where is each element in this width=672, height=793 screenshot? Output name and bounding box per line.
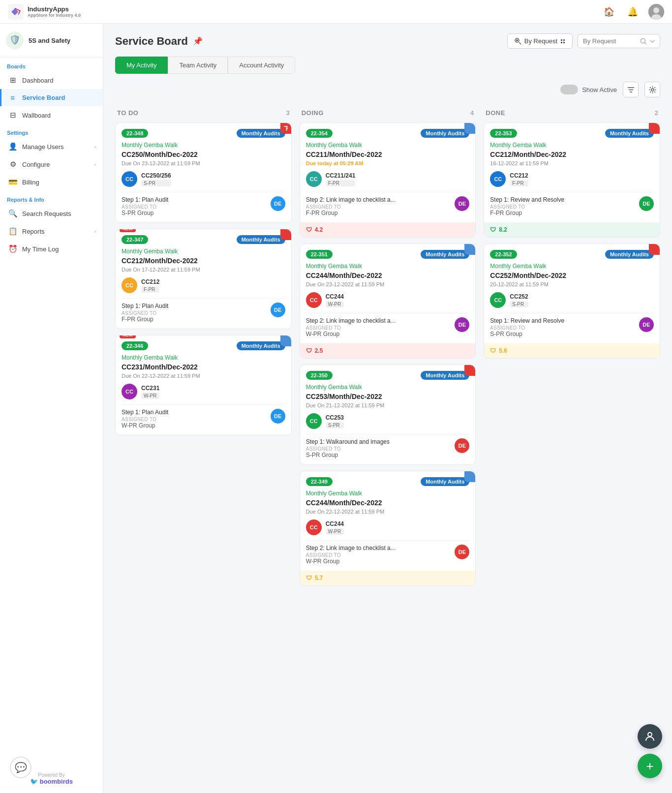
card-due: Due On 23-12-2022 at 11:59 PM [306,281,470,287]
add-fab[interactable]: + [638,754,662,778]
card-step-row: Step 1: Plan Audit ASSIGNED TO W-PR Grou… [122,409,285,429]
score-value: 4.2 [315,226,323,233]
sidebar-item-service-board[interactable]: ≡ Service Board [0,89,103,106]
card-step-row: Step 2: Link image to checklist a... ASS… [306,545,470,565]
assigned-label: ASSIGNED TO [122,204,168,210]
score-bar: 🛡 2.5 [300,343,476,358]
reports-icon: 📋 [8,227,17,236]
sidebar-item-dashboard[interactable]: ⊞ Dashboard [0,71,103,89]
card-due: Due On 22-12-2022 at 11:59 PM [306,509,470,515]
card-22-346[interactable]: New 22-346 Monthly Audits Monthly Gemba … [115,335,292,435]
card-category: Monthly Gemba Walk [306,142,470,149]
card-22-350[interactable]: 22-350 Monthly Audits Monthly Gemba Walk… [300,365,476,465]
user-avatar[interactable] [648,4,664,20]
card-22-352[interactable]: 22-352 Monthly Audits Monthly Gemba Walk… [484,244,660,359]
boombirds-logo: 🐦 boombirds [7,778,96,785]
card-22-354[interactable]: 22-354 Monthly Audits Monthly Gemba Walk… [300,122,476,238]
step-assignee: DE [271,196,285,211]
sidebar-item-label: My Time Log [22,245,59,253]
col-title-doing: DOING [302,109,324,117]
sidebar-item-label: Configure [22,161,50,168]
search-bar[interactable] [578,34,660,48]
score-icon: 🛡 [306,575,312,581]
sidebar-item-reports[interactable]: 📋 Reports › [0,222,103,240]
assigned-label: ASSIGNED TO [122,310,168,316]
bell-icon[interactable]: 🔔 [625,4,641,20]
chat-fab[interactable]: 💬 [10,757,31,778]
member-info: CC212 F-PR [510,172,528,186]
sidebar-item-search-requests[interactable]: 🔍 Search Requests [0,205,103,222]
card-type: Monthly Audits [421,371,469,380]
card-flag-blue [464,471,475,482]
member-avatar: CC [490,292,506,308]
card-step: Step 1: Walkaround and images [306,438,390,445]
card-due: Due today at 05:29 AM [306,160,470,166]
card-type: Monthly Audits [237,235,285,244]
svg-point-21 [648,732,652,736]
sidebar-item-manage-users[interactable]: 👤 Manage Users › [0,138,103,155]
card-step: Step 1: Plan Audit [122,196,168,203]
member-info: CC252 S-PR [510,293,528,307]
sidebar-item-configure[interactable]: ⚙ Configure › [0,155,103,173]
score-icon: 🛡 [490,226,496,233]
main-content: Service Board 📌 By Request My Activity T… [103,24,672,793]
kanban-board: TO DO 3 22-348 Monthly Audits Monthly Ge… [115,105,660,592]
col-count-done: 2 [655,109,658,117]
card-category: Monthly Gemba Walk [306,384,470,391]
card-step: Step 1: Plan Audit [122,409,168,416]
card-member: CC CC244 W-PR [306,292,470,308]
home-icon[interactable]: 🏠 [601,4,617,20]
card-22-347[interactable]: New 22-347 Monthly Audits Monthly Gemba … [115,229,292,329]
card-22-349[interactable]: 22-349 Monthly Audits Monthly Gemba Walk… [300,471,476,586]
step-assignee: DE [455,196,469,211]
assigned-label: ASSIGNED TO [306,552,396,558]
by-request-button[interactable]: By Request [507,33,573,49]
col-title-done: DONE [486,109,505,117]
member-avatar: CC [490,171,506,187]
show-active-toggle[interactable] [560,85,578,94]
sidebar-item-wallboard[interactable]: ⊟ Wallboard [0,106,103,124]
assigned-label: ASSIGNED TO [490,204,564,210]
activity-tabs: My Activity Team Activity Account Activi… [115,57,660,74]
card-type: Monthly Audits [605,129,654,138]
card-member: CC CC253 S-PR [306,413,470,429]
card-group: W-PR Group [306,558,396,565]
tab-team-activity[interactable]: Team Activity [168,57,228,74]
card-category: Monthly Gemba Walk [122,248,285,255]
svg-line-14 [645,42,647,44]
step-assignee: DE [639,317,654,332]
score-value: 5.6 [499,347,507,354]
card-member: CC CC252 S-PR [490,292,654,308]
card-step: Step 2: Link image to checklist a... [306,196,396,203]
svg-line-8 [519,42,521,44]
search-input[interactable] [583,37,637,45]
sidebar-item-billing[interactable]: 💳 Billing [0,173,103,191]
member-name: CC244 [326,520,344,527]
member-avatar: CC [306,292,322,308]
tab-account-activity[interactable]: Account Activity [228,57,295,74]
card-divider [306,540,470,541]
card-due: Due On 17-12-2022 at 11:59 PM [122,267,285,273]
step-info: Step 2: Link image to checklist a... ASS… [306,196,396,216]
tab-my-activity[interactable]: My Activity [115,57,168,74]
card-22-351[interactable]: 22-351 Monthly Audits Monthly Gemba Walk… [300,244,476,359]
member-tag: S-PR [141,180,171,186]
card-step-row: Step 1: Review and Resolve ASSIGNED TO S… [490,317,654,337]
col-count-todo: 3 [286,109,289,117]
col-header-todo: TO DO 3 [115,105,292,122]
card-22-348[interactable]: 22-348 Monthly Audits Monthly Gemba Walk… [115,122,292,223]
sidebar-item-my-time-log[interactable]: ⏰ My Time Log [0,240,103,258]
filter-button[interactable] [623,82,639,97]
svg-point-13 [641,38,645,43]
card-top: 22-346 Monthly Audits [122,341,285,350]
card-22-353[interactable]: 22-353 Monthly Audits Monthly Gemba Walk… [484,122,660,238]
member-name: CC252 [510,293,528,300]
score-icon: 🛡 [306,347,312,354]
support-fab[interactable] [638,724,662,749]
card-member: CC CC231 W-PR [122,384,285,399]
card-step-row: Step 1: Walkaround and images ASSIGNED T… [306,438,470,458]
settings-icon-btn[interactable] [644,82,660,97]
header-right: By Request [507,33,660,49]
time-log-icon: ⏰ [8,244,17,253]
show-active-toggle-group: Show Active [560,85,617,94]
